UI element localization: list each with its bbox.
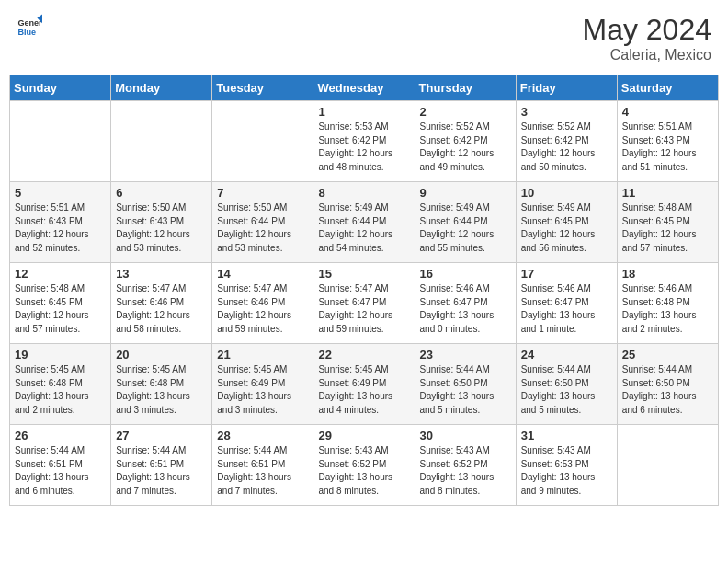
day-info: Sunrise: 5:50 AM Sunset: 6:43 PM Dayligh…: [116, 201, 207, 255]
day-info: Sunrise: 5:43 AM Sunset: 6:52 PM Dayligh…: [318, 444, 409, 498]
day-number: 14: [217, 267, 308, 281]
day-info: Sunrise: 5:44 AM Sunset: 6:51 PM Dayligh…: [15, 444, 106, 498]
calendar-cell: 22Sunrise: 5:45 AM Sunset: 6:49 PM Dayli…: [313, 344, 415, 425]
calendar-cell: 26Sunrise: 5:44 AM Sunset: 6:51 PM Dayli…: [10, 425, 111, 506]
day-info: Sunrise: 5:47 AM Sunset: 6:47 PM Dayligh…: [318, 282, 409, 336]
day-header-monday: Monday: [111, 75, 212, 101]
day-info: Sunrise: 5:43 AM Sunset: 6:53 PM Dayligh…: [521, 444, 612, 498]
day-info: Sunrise: 5:45 AM Sunset: 6:49 PM Dayligh…: [217, 363, 308, 417]
day-info: Sunrise: 5:45 AM Sunset: 6:48 PM Dayligh…: [15, 363, 106, 417]
day-info: Sunrise: 5:49 AM Sunset: 6:44 PM Dayligh…: [318, 201, 409, 255]
week-row-4: 19Sunrise: 5:45 AM Sunset: 6:48 PM Dayli…: [10, 344, 719, 425]
calendar-cell: 28Sunrise: 5:44 AM Sunset: 6:51 PM Dayli…: [212, 425, 313, 506]
day-number: 4: [622, 105, 713, 119]
calendar-cell: 21Sunrise: 5:45 AM Sunset: 6:49 PM Dayli…: [212, 344, 313, 425]
calendar-cell: 1Sunrise: 5:53 AM Sunset: 6:42 PM Daylig…: [313, 101, 415, 182]
calendar-cell: 31Sunrise: 5:43 AM Sunset: 6:53 PM Dayli…: [516, 425, 617, 506]
calendar-cell: 7Sunrise: 5:50 AM Sunset: 6:44 PM Daylig…: [212, 182, 313, 263]
calendar-cell: 10Sunrise: 5:49 AM Sunset: 6:45 PM Dayli…: [516, 182, 617, 263]
day-number: 24: [521, 348, 612, 362]
calendar-cell: 11Sunrise: 5:48 AM Sunset: 6:45 PM Dayli…: [617, 182, 718, 263]
week-row-2: 5Sunrise: 5:51 AM Sunset: 6:43 PM Daylig…: [10, 182, 719, 263]
week-row-1: 1Sunrise: 5:53 AM Sunset: 6:42 PM Daylig…: [10, 101, 719, 182]
calendar-cell: [617, 425, 718, 506]
day-number: 31: [521, 429, 612, 442]
day-info: Sunrise: 5:44 AM Sunset: 6:50 PM Dayligh…: [622, 363, 713, 417]
title-block: May 2024 Caleria, Mexico: [582, 13, 711, 63]
calendar-cell: 2Sunrise: 5:52 AM Sunset: 6:42 PM Daylig…: [415, 101, 516, 182]
day-number: 10: [521, 186, 612, 200]
svg-text:Blue: Blue: [17, 28, 36, 37]
day-info: Sunrise: 5:46 AM Sunset: 6:47 PM Dayligh…: [521, 282, 612, 336]
location-subtitle: Caleria, Mexico: [582, 47, 711, 63]
day-number: 23: [420, 348, 511, 362]
calendar-cell: 6Sunrise: 5:50 AM Sunset: 6:43 PM Daylig…: [111, 182, 212, 263]
day-info: Sunrise: 5:46 AM Sunset: 6:47 PM Dayligh…: [420, 282, 511, 336]
calendar-cell: 16Sunrise: 5:46 AM Sunset: 6:47 PM Dayli…: [415, 263, 516, 344]
calendar-cell: [111, 101, 212, 182]
calendar-cell: [10, 101, 111, 182]
month-year-title: May 2024: [582, 13, 711, 47]
day-number: 12: [15, 267, 106, 281]
logo: General Blue: [17, 13, 42, 39]
day-number: 6: [116, 186, 207, 200]
day-info: Sunrise: 5:45 AM Sunset: 6:49 PM Dayligh…: [318, 363, 409, 417]
day-header-thursday: Thursday: [415, 75, 516, 101]
calendar-cell: 15Sunrise: 5:47 AM Sunset: 6:47 PM Dayli…: [313, 263, 415, 344]
calendar-cell: 25Sunrise: 5:44 AM Sunset: 6:50 PM Dayli…: [617, 344, 718, 425]
logo-icon: General Blue: [17, 13, 42, 39]
week-row-3: 12Sunrise: 5:48 AM Sunset: 6:45 PM Dayli…: [10, 263, 719, 344]
day-info: Sunrise: 5:44 AM Sunset: 6:50 PM Dayligh…: [521, 363, 612, 417]
day-number: 26: [15, 429, 106, 442]
day-number: 21: [217, 348, 308, 362]
day-number: 11: [622, 186, 713, 200]
day-info: Sunrise: 5:47 AM Sunset: 6:46 PM Dayligh…: [217, 282, 308, 336]
day-info: Sunrise: 5:49 AM Sunset: 6:44 PM Dayligh…: [420, 201, 511, 255]
day-number: 1: [318, 105, 409, 119]
day-number: 22: [318, 348, 409, 362]
day-number: 18: [622, 267, 713, 281]
day-info: Sunrise: 5:52 AM Sunset: 6:42 PM Dayligh…: [521, 121, 612, 174]
calendar-cell: [212, 101, 313, 182]
day-number: 20: [116, 348, 207, 362]
week-row-5: 26Sunrise: 5:44 AM Sunset: 6:51 PM Dayli…: [10, 425, 719, 506]
day-number: 3: [521, 105, 612, 119]
day-info: Sunrise: 5:44 AM Sunset: 6:51 PM Dayligh…: [116, 444, 207, 498]
calendar-cell: 3Sunrise: 5:52 AM Sunset: 6:42 PM Daylig…: [516, 101, 617, 182]
day-number: 9: [420, 186, 511, 200]
calendar-cell: 13Sunrise: 5:47 AM Sunset: 6:46 PM Dayli…: [111, 263, 212, 344]
day-number: 25: [622, 348, 713, 362]
calendar-cell: 14Sunrise: 5:47 AM Sunset: 6:46 PM Dayli…: [212, 263, 313, 344]
day-number: 30: [420, 429, 511, 442]
day-info: Sunrise: 5:44 AM Sunset: 6:51 PM Dayligh…: [217, 444, 308, 498]
day-info: Sunrise: 5:51 AM Sunset: 6:43 PM Dayligh…: [15, 201, 106, 255]
calendar-cell: 24Sunrise: 5:44 AM Sunset: 6:50 PM Dayli…: [516, 344, 617, 425]
day-info: Sunrise: 5:53 AM Sunset: 6:42 PM Dayligh…: [318, 121, 409, 174]
calendar-cell: 30Sunrise: 5:43 AM Sunset: 6:52 PM Dayli…: [415, 425, 516, 506]
day-info: Sunrise: 5:43 AM Sunset: 6:52 PM Dayligh…: [420, 444, 511, 498]
calendar-cell: 8Sunrise: 5:49 AM Sunset: 6:44 PM Daylig…: [313, 182, 415, 263]
day-number: 5: [15, 186, 106, 200]
day-header-tuesday: Tuesday: [212, 75, 313, 101]
day-number: 19: [15, 348, 106, 362]
day-info: Sunrise: 5:49 AM Sunset: 6:45 PM Dayligh…: [521, 201, 612, 255]
svg-text:General: General: [17, 18, 42, 28]
calendar-cell: 9Sunrise: 5:49 AM Sunset: 6:44 PM Daylig…: [415, 182, 516, 263]
day-number: 27: [116, 429, 207, 442]
day-number: 13: [116, 267, 207, 281]
calendar-cell: 17Sunrise: 5:46 AM Sunset: 6:47 PM Dayli…: [516, 263, 617, 344]
day-header-wednesday: Wednesday: [313, 75, 415, 101]
day-header-friday: Friday: [516, 75, 617, 101]
day-info: Sunrise: 5:44 AM Sunset: 6:50 PM Dayligh…: [420, 363, 511, 417]
day-info: Sunrise: 5:48 AM Sunset: 6:45 PM Dayligh…: [15, 282, 106, 336]
day-header-sunday: Sunday: [10, 75, 111, 101]
calendar-cell: 5Sunrise: 5:51 AM Sunset: 6:43 PM Daylig…: [10, 182, 111, 263]
day-number: 8: [318, 186, 409, 200]
day-number: 7: [217, 186, 308, 200]
day-info: Sunrise: 5:47 AM Sunset: 6:46 PM Dayligh…: [116, 282, 207, 336]
day-info: Sunrise: 5:45 AM Sunset: 6:48 PM Dayligh…: [116, 363, 207, 417]
day-info: Sunrise: 5:48 AM Sunset: 6:45 PM Dayligh…: [622, 201, 713, 255]
calendar-table: SundayMondayTuesdayWednesdayThursdayFrid…: [9, 75, 719, 506]
calendar-cell: 19Sunrise: 5:45 AM Sunset: 6:48 PM Dayli…: [10, 344, 111, 425]
calendar-cell: 18Sunrise: 5:46 AM Sunset: 6:48 PM Dayli…: [617, 263, 718, 344]
